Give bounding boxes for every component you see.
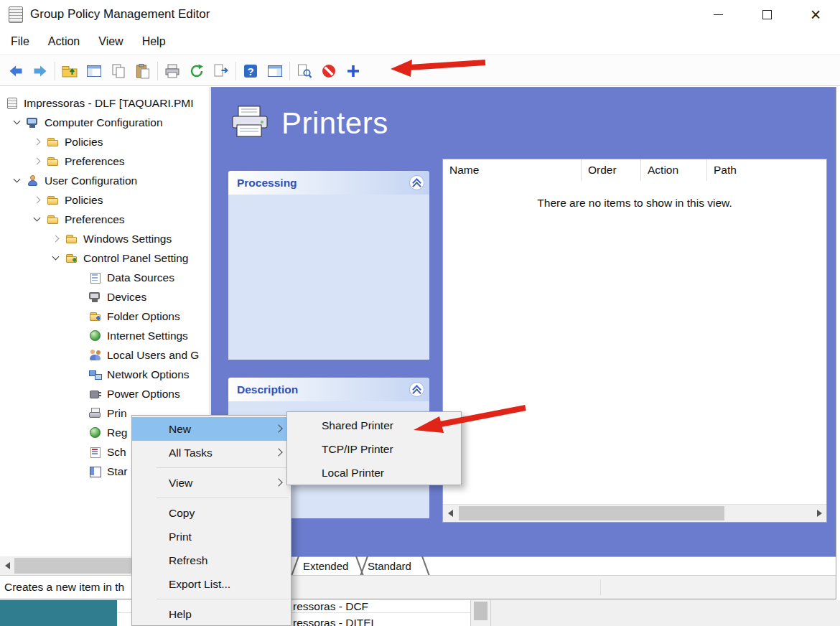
menu-separator	[157, 467, 289, 468]
description-panel-header[interactable]: Description	[228, 378, 429, 401]
print-button[interactable]	[162, 62, 182, 80]
context-menu-item-view[interactable]: View	[132, 471, 291, 495]
show-hide-action-pane-button[interactable]	[265, 62, 285, 80]
background-scrollbar[interactable]	[471, 600, 491, 626]
tree-item-impressoras-root[interactable]: Impressoras - DLF [TAQUARI.PMI	[0, 93, 210, 113]
status-text: Creates a new item in th	[4, 576, 124, 599]
menu-bar: File Action View Help	[0, 29, 840, 55]
tab-standard[interactable]: Standard	[368, 557, 411, 575]
tree-item-folder-options[interactable]: Folder Options	[0, 307, 210, 326]
scrollbar-thumb[interactable]	[459, 506, 724, 520]
desktop-background	[0, 600, 117, 626]
back-button[interactable]	[6, 62, 26, 80]
tree-item-devices[interactable]: Devices	[0, 287, 210, 307]
menu-item-label: TCP/IP Printer	[322, 443, 393, 456]
context-menu-item-print[interactable]: Print	[132, 525, 291, 548]
new-button[interactable]	[343, 62, 363, 80]
menu-separator	[157, 599, 289, 599]
tree-item-computer-preferences[interactable]: Preferences	[0, 151, 210, 171]
close-button[interactable]: ×	[791, 0, 840, 29]
help-button[interactable]: ?	[241, 62, 261, 80]
tree-item-user-configuration[interactable]: User Configuration	[0, 171, 210, 190]
refresh-button[interactable]	[187, 62, 207, 80]
context-menu-item-all-tasks[interactable]: All Tasks	[132, 441, 291, 464]
tree-item-label: Windows Settings	[83, 233, 172, 246]
up-one-level-button[interactable]	[60, 62, 80, 80]
panel-title: Processing	[237, 177, 297, 190]
tree-item-control-panel-settings[interactable]: Control Panel Setting	[0, 248, 210, 268]
submenu-arrow-icon	[274, 424, 282, 432]
tree-item-user-preferences[interactable]: Preferences	[0, 210, 210, 229]
tab-slant-line	[421, 556, 430, 576]
tree-item-label: Policies	[65, 136, 103, 149]
tree-item-label: Preferences	[65, 155, 125, 168]
menu-view[interactable]: View	[89, 35, 132, 48]
context-menu-item-export-list[interactable]: Export List...	[132, 572, 291, 596]
forward-button[interactable]	[30, 62, 50, 80]
export-list-button[interactable]	[211, 62, 231, 80]
chevron-expanded-icon[interactable]	[52, 254, 60, 263]
chevron-collapsed-icon[interactable]	[52, 235, 60, 243]
submenu-item-shared-printer[interactable]: Shared Printer	[287, 414, 461, 437]
panel-title: Description	[237, 383, 298, 396]
scheduled-tasks-icon	[89, 447, 102, 458]
tree-item-computer-configuration[interactable]: Computer Configuration	[0, 113, 210, 132]
paste-button[interactable]	[133, 62, 153, 80]
menu-action[interactable]: Action	[39, 35, 89, 48]
tree-item-network-options[interactable]: Network Options	[0, 365, 210, 384]
tab-extended[interactable]: Extended	[303, 557, 348, 575]
column-header-path[interactable]: Path	[707, 159, 826, 181]
tree-item-local-users-and-groups[interactable]: Local Users and G	[0, 345, 210, 365]
submenu-item-tcpip-printer[interactable]: TCP/IP Printer	[287, 437, 461, 461]
preview-button[interactable]	[294, 62, 314, 80]
tree-item-computer-policies[interactable]: Policies	[0, 132, 210, 151]
tree-item-label: Internet Settings	[107, 330, 188, 342]
minimize-button[interactable]	[694, 0, 742, 29]
chevron-collapsed-icon[interactable]	[33, 157, 42, 166]
scrollbar-thumb[interactable]	[474, 602, 487, 620]
tree-item-user-policies[interactable]: Policies	[0, 190, 210, 210]
tree-item-power-options[interactable]: Power Options	[0, 384, 210, 403]
tree-item-windows-settings[interactable]: Windows Settings	[0, 229, 210, 248]
devices-icon	[89, 291, 102, 303]
toolbar: ?	[0, 56, 840, 86]
tree-item-data-sources[interactable]: Data Sources	[0, 268, 210, 287]
title-bar[interactable]: Group Policy Management Editor ×	[0, 0, 840, 29]
processing-panel-header[interactable]: Processing	[228, 171, 429, 195]
tree-item-label: Prin	[107, 407, 127, 420]
scroll-left-button[interactable]	[443, 505, 457, 522]
column-header-order[interactable]: Order	[582, 159, 641, 181]
internet-settings-icon	[89, 330, 102, 342]
menu-help[interactable]: Help	[133, 35, 175, 48]
column-header-name[interactable]: Name	[443, 159, 582, 181]
chevron-expanded-icon[interactable]	[13, 118, 22, 127]
toolbar-separator	[289, 62, 290, 80]
column-header-action[interactable]: Action	[641, 159, 707, 181]
show-hide-console-tree-button[interactable]	[84, 62, 104, 80]
chevron-collapsed-icon[interactable]	[33, 138, 42, 146]
maximize-button[interactable]	[742, 0, 791, 29]
chevron-expanded-icon[interactable]	[33, 215, 42, 224]
tree-item-internet-settings[interactable]: Internet Settings	[0, 326, 210, 345]
scroll-left-button[interactable]	[0, 556, 14, 575]
list-header: Name Order Action Path	[443, 159, 826, 181]
context-menu-item-refresh[interactable]: Refresh	[132, 548, 291, 572]
submenu-item-local-printer[interactable]: Local Printer	[287, 461, 461, 485]
power-options-icon	[89, 388, 102, 400]
scroll-right-button[interactable]	[812, 505, 826, 522]
context-menu-item-copy[interactable]: Copy	[132, 501, 291, 525]
collapse-chevron-button[interactable]	[409, 382, 424, 397]
menu-item-label: Print	[169, 531, 192, 543]
context-menu-item-help[interactable]: Help	[132, 602, 291, 626]
chevron-expanded-icon[interactable]	[13, 177, 22, 185]
tree-item-label: Control Panel Setting	[83, 252, 188, 265]
tree-item-label: Data Sources	[107, 271, 174, 284]
block-button[interactable]	[319, 62, 339, 80]
collapse-chevron-button[interactable]	[409, 175, 424, 190]
chevron-collapsed-icon[interactable]	[33, 196, 42, 205]
menu-file[interactable]: File	[1, 35, 39, 48]
scroll-left-icon	[448, 510, 453, 517]
copy-button[interactable]	[108, 62, 129, 80]
context-menu-item-new[interactable]: New	[132, 417, 291, 441]
list-horizontal-scrollbar[interactable]	[443, 504, 826, 522]
